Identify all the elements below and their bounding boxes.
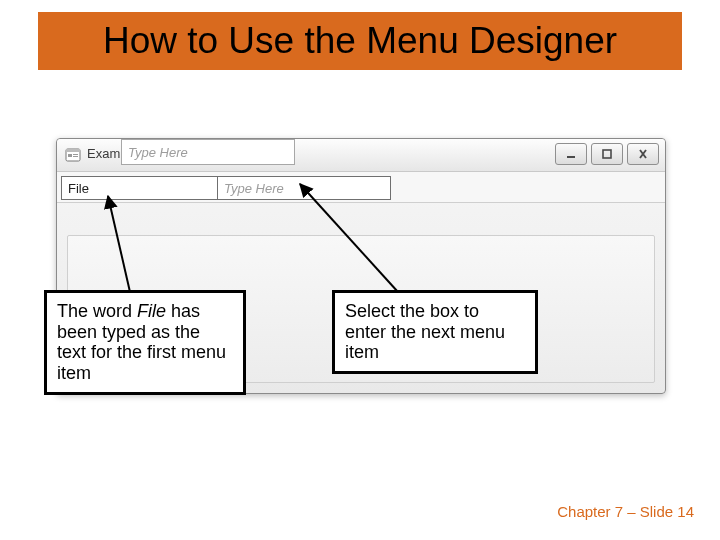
submenu-placeholder[interactable]: Type Here (121, 139, 295, 165)
svg-rect-5 (567, 156, 575, 158)
slide-title-bar: How to Use the Menu Designer (38, 12, 682, 70)
minimize-button[interactable] (555, 143, 587, 165)
menu-item-file-text: File (68, 181, 89, 196)
callout-left: The word File has been typed as the text… (44, 290, 246, 395)
slide-title: How to Use the Menu Designer (38, 20, 682, 62)
svg-rect-3 (73, 154, 78, 155)
callout-left-text: The word File has been typed as the text… (57, 301, 226, 383)
menu-item-next-placeholder[interactable]: Type Here (217, 176, 391, 200)
svg-rect-2 (68, 154, 72, 157)
maximize-button[interactable] (591, 143, 623, 165)
submenu-placeholder-text: Type Here (128, 145, 188, 160)
callout-right: Select the box to enter the next menu it… (332, 290, 538, 374)
app-icon (65, 147, 81, 163)
callout-right-text: Select the box to enter the next menu it… (345, 301, 505, 362)
window-controls (555, 143, 659, 165)
menu-strip: File Type Here (57, 172, 665, 203)
svg-rect-6 (603, 150, 611, 158)
slide-footer: Chapter 7 – Slide 14 (557, 503, 694, 520)
menu-item-file-input[interactable]: File (61, 176, 225, 200)
svg-rect-1 (66, 149, 80, 152)
close-button[interactable] (627, 143, 659, 165)
svg-rect-4 (73, 156, 78, 157)
menu-item-next-placeholder-text: Type Here (224, 181, 284, 196)
